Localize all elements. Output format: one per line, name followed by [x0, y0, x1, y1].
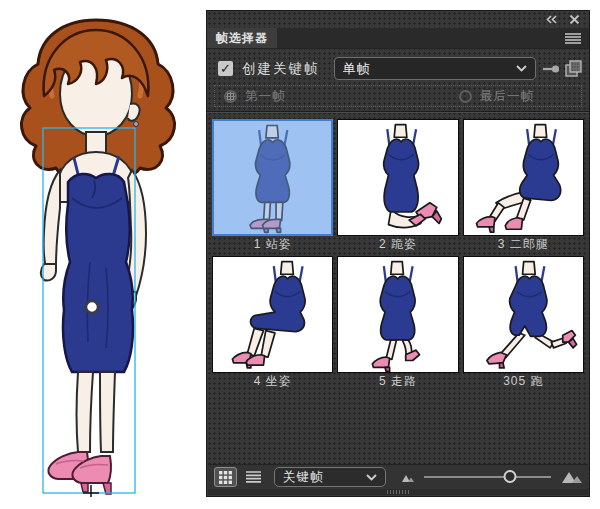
- view-mode-value: 关键帧: [283, 469, 366, 486]
- pose-cell-3: 3 二郎腿: [463, 119, 584, 253]
- application-screen: 帧选择器 ✓ 创建关键帧 单帧: [0, 0, 600, 509]
- character-illustration: [0, 12, 202, 497]
- create-keyframe-checkbox[interactable]: ✓: [218, 61, 233, 76]
- frame-mode-value: 单帧: [343, 60, 517, 78]
- section-divider: [207, 111, 589, 113]
- panel-tab-bar: 帧选择器: [207, 28, 589, 49]
- pose-label: 4 坐姿: [212, 373, 333, 390]
- zoom-slider-handle[interactable]: [504, 470, 517, 483]
- first-frame-radio-circle: [224, 90, 237, 103]
- pose-thumbnail-sitting[interactable]: [212, 256, 333, 373]
- thumbnail-zoom-slider[interactable]: [424, 476, 551, 478]
- list-icon: [246, 471, 261, 483]
- pose-cell-1: 1 站姿: [212, 119, 333, 253]
- pose-cell-6: 305 跑: [463, 256, 584, 390]
- transform-point: [86, 301, 98, 313]
- large-mountain-icon[interactable]: [560, 470, 582, 485]
- first-frame-label: 第一帧: [245, 88, 286, 105]
- close-panel-icon[interactable]: [569, 15, 580, 24]
- stacked-squares-icon[interactable]: [565, 60, 582, 77]
- view-mode-dropdown[interactable]: 关键帧: [274, 467, 386, 487]
- pose-thumbnail-standing[interactable]: [212, 119, 333, 236]
- pose-label: 3 二郎腿: [463, 236, 584, 253]
- stage-character-artwork[interactable]: [0, 12, 202, 497]
- panel-menu-button[interactable]: [565, 28, 589, 48]
- pose-thumbnail-kneeling[interactable]: [337, 119, 458, 236]
- frame-mode-dropdown[interactable]: 单帧: [334, 57, 537, 80]
- create-keyframe-label: 创建关键帧: [242, 60, 320, 78]
- pin-line-icon[interactable]: [542, 61, 560, 77]
- pose-cell-2: 2 跪姿: [337, 119, 458, 253]
- grid-icon: [219, 471, 232, 484]
- pose-label: 5 走路: [337, 373, 458, 390]
- first-frame-radio[interactable]: 第一帧: [224, 88, 286, 105]
- panel-body: ✓ 创建关键帧 单帧: [207, 49, 589, 390]
- pose-cell-5: 5 走路: [337, 256, 458, 390]
- pose-label: 1 站姿: [212, 236, 333, 253]
- tab-frame-picker[interactable]: 帧选择器: [207, 28, 277, 48]
- panel-resize-grip[interactable]: [208, 489, 588, 495]
- keyframe-controls-row: ✓ 创建关键帧 单帧: [214, 55, 582, 82]
- hamburger-icon: [565, 33, 581, 44]
- small-mountain-icon[interactable]: [399, 471, 415, 484]
- grid-view-button[interactable]: [214, 467, 237, 487]
- frame-picker-panel: 帧选择器 ✓ 创建关键帧 单帧: [206, 10, 590, 497]
- last-frame-radio[interactable]: 最后一帧: [459, 88, 534, 105]
- chevron-down-icon: [516, 65, 527, 72]
- list-view-button[interactable]: [242, 467, 265, 487]
- collapse-panel-icon[interactable]: [546, 15, 557, 24]
- frame-range-group: 第一帧 最后一帧: [214, 85, 582, 107]
- pose-label: 305 跑: [463, 373, 584, 390]
- last-frame-label: 最后一帧: [480, 88, 534, 105]
- grip-dots: [387, 490, 409, 494]
- pose-thumbnail-walking[interactable]: [337, 256, 458, 373]
- pose-label: 2 跪姿: [337, 236, 458, 253]
- pose-thumbnail-crossed-legs[interactable]: [463, 119, 584, 236]
- panel-titlebar: [207, 11, 589, 28]
- panel-footer: 关键帧: [208, 464, 588, 489]
- chevron-down-icon: [366, 474, 377, 481]
- pose-thumbnail-running[interactable]: [463, 256, 584, 373]
- last-frame-radio-circle: [459, 90, 472, 103]
- pose-cell-4: 4 坐姿: [212, 256, 333, 390]
- pose-thumbnail-grid: 1 站姿: [212, 119, 584, 390]
